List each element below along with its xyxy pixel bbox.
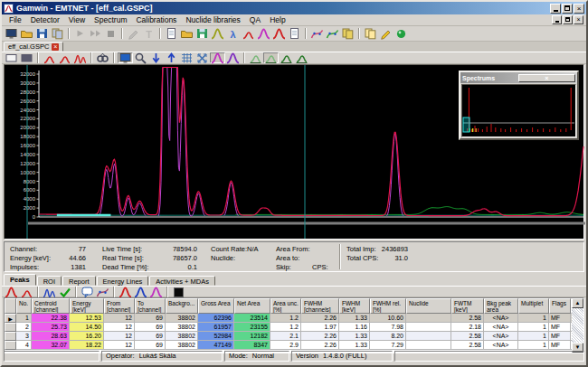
edit-icon[interactable] bbox=[378, 27, 394, 41]
row-selector[interactable] bbox=[5, 323, 16, 332]
menu-detector[interactable]: Detector bbox=[26, 14, 64, 25]
row-selector[interactable] bbox=[5, 332, 16, 341]
accept-icon[interactable] bbox=[57, 287, 72, 297]
peak-pair-icon[interactable] bbox=[42, 287, 57, 297]
column-header[interactable]: Multiplet bbox=[518, 298, 549, 314]
title-bar[interactable]: Gamwin - EMTNET - [eff_cal.GSPC] × bbox=[2, 2, 586, 14]
table-cell[interactable]: 1 bbox=[518, 314, 549, 323]
column-header[interactable]: Centroid [channel] bbox=[32, 298, 70, 314]
table-cell[interactable]: 38802 bbox=[166, 314, 198, 323]
table-cell[interactable] bbox=[406, 332, 451, 341]
table-cell[interactable]: 1.33 bbox=[339, 332, 370, 341]
column-header[interactable]: No. bbox=[16, 298, 32, 314]
table-cell[interactable]: <NA> bbox=[484, 314, 518, 323]
table-cell[interactable]: 62396 bbox=[198, 314, 234, 323]
peak-analyze-icon[interactable] bbox=[271, 27, 287, 41]
table-cell[interactable]: 23514 bbox=[234, 314, 270, 323]
menu-view[interactable]: View bbox=[64, 14, 90, 25]
energy-calibration-icon[interactable] bbox=[309, 27, 325, 41]
menu-spectrum[interactable]: Spectrum bbox=[90, 14, 131, 25]
table-cell[interactable]: 1.33 bbox=[339, 314, 370, 323]
column-header[interactable]: Flags bbox=[549, 298, 571, 314]
table-cell[interactable]: 1 bbox=[16, 314, 32, 323]
peak-purple-icon[interactable] bbox=[225, 52, 241, 63]
peak-blue-icon[interactable] bbox=[133, 287, 148, 297]
table-cell[interactable]: 69 bbox=[135, 314, 166, 323]
column-header[interactable]: Net Area bbox=[234, 298, 270, 314]
peak-magenta-icon[interactable] bbox=[148, 287, 164, 297]
table-cell[interactable]: <NA> bbox=[484, 332, 518, 341]
table-cell[interactable]: 61957 bbox=[198, 323, 234, 332]
peak-small-icon[interactable] bbox=[241, 27, 256, 41]
maximize-button[interactable] bbox=[562, 4, 573, 14]
table-cell[interactable]: 1.16 bbox=[339, 323, 370, 332]
table-cell[interactable]: 23155 bbox=[234, 323, 270, 332]
table-cell[interactable]: 38802 bbox=[166, 332, 198, 341]
column-header[interactable]: FWHM [channels] bbox=[301, 298, 339, 314]
peak-red-icon[interactable] bbox=[118, 287, 133, 297]
table-cell[interactable]: MF bbox=[549, 323, 571, 332]
color-box-icon[interactable] bbox=[171, 287, 186, 297]
table-cell[interactable]: 2.18 bbox=[451, 323, 484, 332]
table-cell[interactable]: 69 bbox=[135, 323, 166, 332]
new-spectrum-icon[interactable] bbox=[164, 27, 179, 41]
menu-file[interactable]: File bbox=[5, 14, 26, 25]
menu-calibrations[interactable]: Calibrations bbox=[131, 14, 181, 25]
table-cell[interactable]: 10.60 bbox=[370, 314, 406, 323]
table-cell[interactable]: 52984 bbox=[198, 332, 234, 341]
spectrums-window-titlebar[interactable]: Spectrums × bbox=[460, 72, 577, 83]
display-mode-icon[interactable] bbox=[118, 52, 133, 63]
peak-fill-icon[interactable] bbox=[210, 52, 225, 63]
child-close-button[interactable]: × bbox=[574, 15, 583, 24]
spectrums-close-icon[interactable]: × bbox=[518, 74, 576, 82]
efficiency-calibration-icon[interactable] bbox=[325, 27, 340, 41]
table-cell[interactable]: 12 bbox=[104, 323, 135, 332]
peak-insert-icon[interactable] bbox=[4, 287, 19, 297]
table-cell[interactable]: 16.20 bbox=[70, 332, 104, 341]
report-icon[interactable] bbox=[287, 27, 302, 41]
window-normal-icon[interactable] bbox=[4, 52, 19, 63]
open-spectrum-icon[interactable] bbox=[179, 27, 194, 41]
menu-help[interactable]: Help bbox=[265, 14, 289, 25]
baseline-4-icon[interactable] bbox=[294, 52, 309, 63]
column-header[interactable]: Area unc. [%] bbox=[270, 298, 301, 314]
column-header[interactable]: FWHM [keV] bbox=[339, 298, 370, 314]
column-header[interactable]: From [channel] bbox=[104, 298, 135, 314]
table-cell[interactable]: 14.50 bbox=[70, 323, 104, 332]
column-header[interactable]: Backgro... bbox=[166, 298, 198, 314]
scroll-up-icon[interactable]: ▲ bbox=[572, 298, 583, 308]
expand-x-icon[interactable] bbox=[194, 52, 210, 63]
column-header[interactable]: To [channel] bbox=[135, 298, 166, 314]
table-cell[interactable]: 1.2 bbox=[270, 323, 301, 332]
save-icon[interactable] bbox=[34, 27, 50, 41]
peak-magenta-icon[interactable] bbox=[256, 27, 271, 41]
tab-report[interactable]: Report bbox=[62, 276, 96, 286]
column-header[interactable]: Bkg peak area bbox=[484, 298, 518, 314]
table-cell[interactable]: 2.58 bbox=[451, 332, 484, 341]
table-cell[interactable]: 1.2 bbox=[270, 314, 301, 323]
column-header[interactable]: Nuclide bbox=[406, 298, 451, 314]
comment-icon[interactable] bbox=[80, 287, 95, 297]
document-tab[interactable]: eff_cal.GSPC × bbox=[4, 42, 63, 52]
table-cell[interactable]: 12 bbox=[104, 332, 135, 341]
child-restore-button[interactable] bbox=[563, 15, 573, 24]
save-spectrum-icon[interactable] bbox=[194, 27, 210, 41]
table-cell[interactable]: 12182 bbox=[234, 332, 270, 341]
tab-activities-mdas[interactable]: Activities + MDAs bbox=[149, 276, 215, 286]
table-cell[interactable]: MF bbox=[549, 332, 571, 341]
export-icon[interactable] bbox=[394, 27, 409, 41]
table-cell[interactable]: 1.97 bbox=[301, 323, 339, 332]
table-cell[interactable]: 2.26 bbox=[301, 332, 339, 341]
table-cell[interactable]: 2.58 bbox=[451, 314, 484, 323]
grid-icon[interactable] bbox=[179, 52, 194, 63]
nuclide-id-icon[interactable]: λ bbox=[225, 27, 241, 41]
table-cell[interactable]: MF bbox=[549, 314, 571, 323]
fit-curve-icon[interactable] bbox=[95, 287, 110, 297]
tab-roi[interactable]: ROI bbox=[37, 276, 62, 286]
peak-search-icon[interactable] bbox=[210, 27, 225, 41]
scale-down-icon[interactable] bbox=[148, 52, 164, 63]
minimize-button[interactable] bbox=[550, 4, 561, 14]
table-cell[interactable]: 2.26 bbox=[301, 314, 339, 323]
peak-delete-icon[interactable] bbox=[57, 52, 72, 63]
scale-up-icon[interactable] bbox=[164, 52, 179, 63]
